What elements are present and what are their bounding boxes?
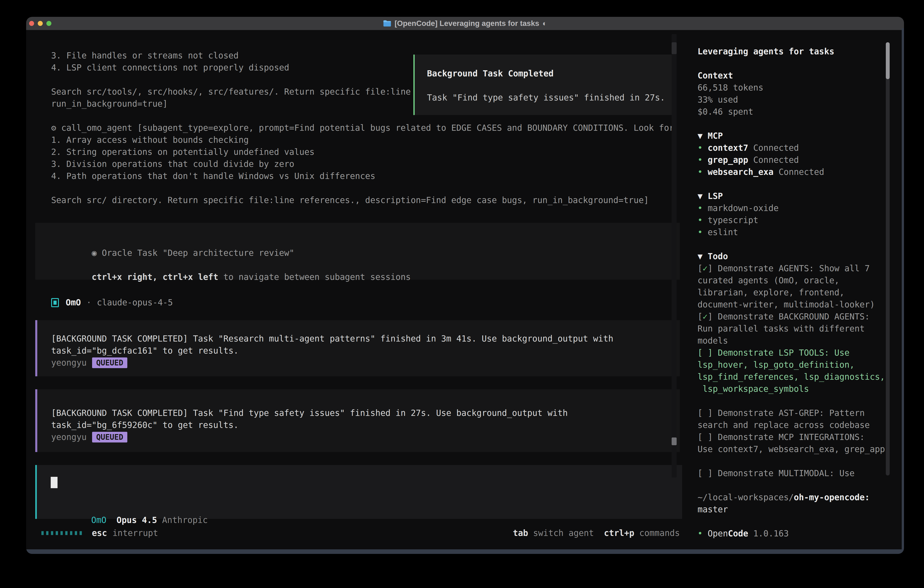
text-line: Use context7, websearch_exa, grep_app	[698, 443, 895, 455]
text-line	[698, 238, 895, 250]
workspace-repo: oh-my-opencode:	[794, 492, 870, 502]
hint-keys: ctrl+x right, ctrl+x left	[92, 272, 218, 282]
text-line: • grep_app Connected	[698, 154, 895, 166]
text-line: [ ] Demonstrate AST-GREP: Pattern	[698, 407, 895, 419]
folder-icon	[383, 20, 391, 27]
zoom-button[interactable]	[46, 21, 51, 26]
triangle-down-icon: ▼	[698, 131, 708, 141]
bullet-icon: •	[698, 529, 708, 538]
text-segment: [	[698, 312, 703, 322]
input-model-row: OmO Opus 4.5 Anthropic	[51, 502, 208, 514]
text-segment: Run parallel tasks with different	[698, 324, 865, 334]
title-progress-icon: ◐	[543, 19, 547, 28]
tab-key-hint: tab	[513, 528, 528, 538]
text-line: $0.46 spent	[698, 106, 895, 118]
text-line: Search src/ directory. Return specific f…	[51, 194, 674, 206]
input-provider: Anthropic	[162, 515, 208, 525]
app-name-bold: Code	[728, 529, 748, 538]
app-version: 1.0.163	[748, 529, 789, 538]
text-line: 2. String operations on potentially unde…	[51, 146, 674, 158]
input-agent-name: OmO	[91, 515, 106, 525]
message-author: yeongyu	[51, 431, 87, 443]
text-segment: lsp_workspace_symbols	[698, 384, 809, 394]
app-name: Open	[708, 529, 728, 538]
spinner-dot	[46, 531, 48, 535]
record-icon: ◉	[92, 248, 97, 258]
agent-model: claude-opus-4-5	[97, 297, 173, 309]
lsp-item-name: markdown-oxide	[708, 203, 779, 213]
message-line: [BACKGROUND TASK COMPLETED] Task "Resear…	[37, 333, 680, 345]
window-frame-bottom	[26, 549, 904, 554]
agent-header: OmO · claude-opus-4-5	[51, 297, 173, 309]
message-author: yeongyu	[51, 357, 87, 369]
bullet-icon: •	[698, 155, 708, 165]
text-line: ▼ Todo	[698, 250, 895, 263]
traffic-lights	[29, 21, 51, 26]
bullet-icon: •	[698, 203, 708, 213]
text-segment: [ ] Demonstrate LSP TOOLS: Use	[698, 348, 850, 358]
text-line: ▼ LSP	[698, 190, 895, 202]
mcp-heading: MCP	[708, 131, 723, 141]
bullet-icon: •	[698, 143, 708, 153]
text-line: [✓] Demonstrate AGENTS: Show all 7	[698, 263, 895, 274]
agent-name: OmO	[66, 297, 81, 309]
main-scrollbar-thumb[interactable]	[672, 438, 676, 445]
main-scrollbar-top-segment[interactable]	[672, 42, 676, 54]
text-line: • websearch_exa Connected	[698, 166, 895, 178]
sidebar: Leveraging agents for tasks Context66,51…	[698, 45, 895, 540]
window-title-text: [OpenCode] Leveraging agents for tasks	[394, 19, 539, 28]
text-line: 33% used	[698, 94, 895, 106]
status-badge: QUEUED	[92, 357, 127, 368]
oracle-task-line: ◉ Oracle Task "Deep architecture review"	[51, 235, 294, 247]
oracle-task-box: ◉ Oracle Task "Deep architecture review"…	[35, 223, 680, 280]
main-scrollbar-track[interactable]	[672, 34, 676, 477]
spinner-dot	[61, 531, 63, 535]
statusbar-right: tab switch agent ctrl+p commands	[513, 527, 680, 539]
text-segment: curated agents (OmO, oracle,	[698, 276, 840, 285]
hint-text: to navigate between subagent sessions	[218, 272, 411, 282]
text-line: curated agents (OmO, oracle,	[698, 274, 895, 286]
text-line: 1. Array access without bounds checking	[51, 134, 674, 146]
text-segment: lsp_hover, lsp_goto_definition,	[698, 360, 855, 370]
sidebar-session-title: Leveraging agents for tasks	[698, 46, 834, 56]
context-tokens: 66,518 tokens	[698, 83, 764, 92]
background-task-message: [BACKGROUND TASK COMPLETED] Task "Resear…	[35, 320, 680, 376]
text-segment: 3. Division operations that could divide…	[51, 159, 294, 169]
spinner-dot	[56, 531, 58, 535]
text-segment: 1. Array access without bounds checking	[51, 135, 249, 145]
background-task-message: [BACKGROUND TASK COMPLETED] Task "Find t…	[35, 389, 680, 452]
message-meta: yeongyu QUEUED	[37, 357, 680, 369]
mcp-item-name: grep_app	[708, 155, 748, 165]
bullet-icon: •	[698, 227, 708, 237]
text-line	[698, 58, 895, 69]
input-model-name: Opus 4.5	[117, 515, 157, 525]
text-segment: Search src/tools/, src/hooks/, src/featu…	[51, 87, 411, 97]
close-button[interactable]	[29, 21, 34, 26]
minimize-button[interactable]	[38, 21, 43, 26]
text-line: Context	[698, 69, 895, 82]
triangle-down-icon: ▼	[698, 191, 708, 201]
status-badge: QUEUED	[92, 432, 127, 443]
toast-background-task-completed: Background Task Completed Task "Find typ…	[413, 55, 674, 115]
text-line: document-writer, multimodal-looker)	[698, 299, 895, 311]
bullet-icon: •	[698, 167, 708, 177]
text-line	[51, 182, 674, 194]
gear-icon: ⚙	[51, 123, 61, 133]
prompt-input[interactable]: OmO Opus 4.5 Anthropic	[35, 465, 682, 519]
spinner-dot	[65, 531, 68, 535]
check-icon: ✓	[703, 264, 708, 273]
text-line: 66,518 tokens	[698, 82, 895, 94]
text-line: lsp_workspace_symbols	[698, 383, 895, 395]
text-line: [ ] Demonstrate MULTIMODAL: Use	[698, 467, 895, 479]
text-segment: ] Demonstrate BACKGROUND AGENTS:	[708, 312, 870, 322]
text-segment: Use context7, websearch_exa, grep_app	[698, 444, 885, 454]
toast-body: Task "Find type safety issues" finished …	[427, 93, 665, 102]
text-line: • OpenCode 1.0.163	[698, 527, 895, 540]
context-heading: Context	[698, 71, 733, 81]
message-line: task_id="bg_6f59260c" to get results.	[37, 419, 680, 431]
context-used: 33% used	[698, 95, 738, 105]
text-segment: 3. File handles or streams not closed	[51, 51, 239, 61]
message-meta: yeongyu QUEUED	[37, 431, 680, 443]
text-line: librarian, explore, frontend,	[698, 286, 895, 299]
text-line: [ ] Demonstrate MCP INTEGRATIONS:	[698, 431, 895, 443]
